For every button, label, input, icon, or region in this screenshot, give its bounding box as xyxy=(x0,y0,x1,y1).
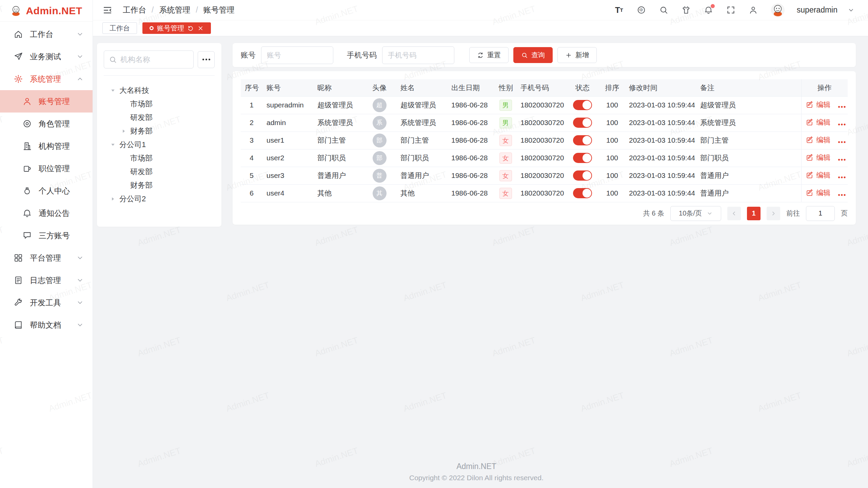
page-number-button[interactable]: 1 xyxy=(747,207,761,220)
sidebar-item-org-mgmt[interactable]: 机构管理 xyxy=(0,135,93,157)
row-more-button[interactable]: ••• xyxy=(838,139,847,145)
sidebar-item-business-test[interactable]: 业务测试 xyxy=(0,45,93,68)
sidebar-item-workbench[interactable]: 工作台 xyxy=(0,23,93,45)
gear-icon xyxy=(14,74,23,84)
cell-birthday: 1986-06-28 xyxy=(447,167,495,184)
phone-input[interactable] xyxy=(382,46,454,64)
tab-close-icon[interactable] xyxy=(197,25,204,32)
cell-birthday: 1986-06-28 xyxy=(447,149,495,167)
row-more-button[interactable]: ••• xyxy=(838,191,847,198)
status-toggle[interactable] xyxy=(573,170,592,181)
breadcrumb-item[interactable]: 系统管理 xyxy=(159,5,190,15)
org-search-input[interactable] xyxy=(120,55,189,64)
avatar: 系 xyxy=(373,116,387,130)
row-more-button[interactable]: ••• xyxy=(838,156,847,163)
sidebar-item-system-mgmt[interactable]: 系统管理 xyxy=(0,68,93,90)
goto-page-input[interactable] xyxy=(806,206,835,221)
cell-phone: 18020030720 xyxy=(516,96,566,114)
tab-account-mgmt[interactable]: 账号管理 xyxy=(142,22,211,34)
edit-button[interactable]: 编辑 xyxy=(806,170,831,180)
sidebar-item-label: 平台管理 xyxy=(30,253,76,263)
gender-badge: 男 xyxy=(499,117,512,128)
tree-node[interactable]: 财务部 xyxy=(104,179,215,192)
sidebar-item-third-party-account[interactable]: 三方账号 xyxy=(0,224,93,247)
reset-button[interactable]: 重置 xyxy=(469,47,509,63)
tree-node[interactable]: 财务部 xyxy=(104,124,215,138)
page-size-select[interactable]: 10条/页 xyxy=(670,206,721,221)
page-size-value: 10条/页 xyxy=(679,209,702,218)
logo[interactable]: Admin.NET xyxy=(0,0,93,22)
column-header: 出生日期 xyxy=(447,79,495,96)
avatar: 超 xyxy=(373,98,387,112)
username[interactable]: superadmin xyxy=(797,5,837,15)
sidebar-item-log-mgmt[interactable]: 日志管理 xyxy=(0,269,93,291)
tree-node[interactable]: 研发部 xyxy=(104,165,215,179)
sidebar-item-dev-tools[interactable]: 开发工具 xyxy=(0,291,93,314)
gender-badge: 女 xyxy=(499,170,512,181)
query-button[interactable]: 查询 xyxy=(513,47,553,63)
caret-right-icon[interactable] xyxy=(119,127,128,136)
prev-page-button[interactable] xyxy=(727,207,741,220)
cell-avatar: 系 xyxy=(362,114,396,131)
status-toggle[interactable] xyxy=(573,100,592,110)
sidebar-item-help-docs[interactable]: 帮助文档 xyxy=(0,314,93,336)
tab-workbench[interactable]: 工作台 xyxy=(102,22,137,34)
cell-operations: 编辑••• xyxy=(801,114,848,131)
row-more-button[interactable]: ••• xyxy=(838,121,847,128)
sidebar-item-personal-center[interactable]: 个人中心 xyxy=(0,180,93,202)
edit-button[interactable]: 编辑 xyxy=(806,118,831,127)
sidebar-item-label: 职位管理 xyxy=(39,163,84,174)
status-toggle[interactable] xyxy=(573,188,592,198)
row-more-button[interactable]: ••• xyxy=(838,174,847,181)
status-toggle[interactable] xyxy=(573,135,592,145)
edit-button[interactable]: 编辑 xyxy=(806,100,831,109)
user-icon[interactable] xyxy=(747,3,760,17)
fullscreen-icon[interactable] xyxy=(724,3,738,17)
sidebar-item-account-mgmt[interactable]: 账号管理 xyxy=(0,90,93,113)
add-button[interactable]: 新增 xyxy=(557,47,597,63)
table-row: 5user3普通用户普普通用户1986-06-28女18020030720100… xyxy=(241,167,848,184)
next-page-button[interactable] xyxy=(767,207,780,220)
sidebar-item-notice[interactable]: 通知公告 xyxy=(0,202,93,224)
user-avatar[interactable] xyxy=(771,3,785,17)
cell-avatar: 部 xyxy=(362,149,396,167)
tree-node[interactable]: 分公司2 xyxy=(104,192,215,206)
edit-button[interactable]: 编辑 xyxy=(806,188,831,198)
language-icon[interactable]: 中 xyxy=(635,3,648,17)
sidebar-item-label: 三方账号 xyxy=(39,230,84,241)
account-input[interactable] xyxy=(261,46,333,64)
chevron-down-icon[interactable] xyxy=(848,7,854,14)
column-header: 排序 xyxy=(599,79,625,96)
notifications-bell-icon[interactable] xyxy=(702,3,715,17)
edit-button[interactable]: 编辑 xyxy=(806,135,831,145)
font-size-icon[interactable]: TT xyxy=(612,3,626,17)
tree-node[interactable]: 分公司1 xyxy=(104,138,215,151)
menu-collapse-icon[interactable] xyxy=(102,5,113,15)
caret-down-icon[interactable] xyxy=(108,140,117,149)
tab-refresh-icon[interactable] xyxy=(188,25,194,32)
cell-gender: 男 xyxy=(495,114,516,131)
cell-operations: 编辑••• xyxy=(801,131,848,149)
tree-node[interactable]: 市场部 xyxy=(104,151,215,165)
table-row: 2admin系统管理员系系统管理员1986-06-28男180200307201… xyxy=(241,114,848,131)
sidebar-item-position-mgmt[interactable]: 职位管理 xyxy=(0,157,93,180)
breadcrumb-item[interactable]: 工作台 xyxy=(123,5,146,15)
tree-node[interactable]: 市场部 xyxy=(104,97,215,111)
cell-birthday: 1986-06-28 xyxy=(447,114,495,131)
tree-node[interactable]: 研发部 xyxy=(104,111,215,124)
tree-node[interactable]: 大名科技 xyxy=(104,84,215,97)
theme-icon[interactable] xyxy=(679,3,693,17)
search-icon[interactable] xyxy=(657,3,671,17)
caret-right-icon[interactable] xyxy=(108,195,117,203)
edit-button[interactable]: 编辑 xyxy=(806,153,831,162)
tree-more-button[interactable] xyxy=(198,51,215,68)
sidebar-item-platform-mgmt[interactable]: 平台管理 xyxy=(0,247,93,269)
cell-index: 3 xyxy=(241,131,262,149)
status-toggle[interactable] xyxy=(573,153,592,163)
caret-down-icon[interactable] xyxy=(108,86,117,95)
column-header: 性别 xyxy=(495,79,516,96)
page-suffix: 页 xyxy=(841,209,848,218)
row-more-button[interactable]: ••• xyxy=(838,103,847,110)
sidebar-item-role-mgmt[interactable]: 角色管理 xyxy=(0,113,93,135)
status-toggle[interactable] xyxy=(573,118,592,128)
